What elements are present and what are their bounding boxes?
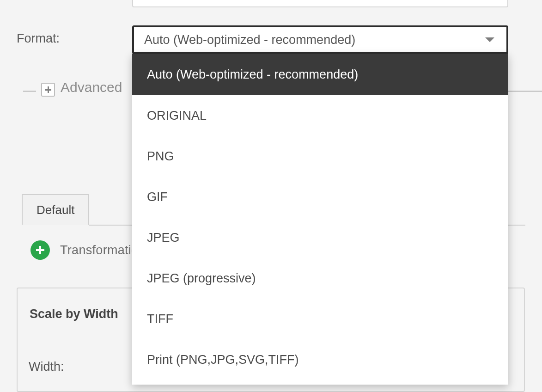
section-divider — [508, 91, 542, 92]
format-option-auto[interactable]: Auto (Web-optimized - recommended) — [132, 54, 508, 95]
format-select[interactable]: Auto (Web-optimized - recommended) — [132, 25, 508, 54]
add-transformation-button[interactable] — [30, 240, 50, 260]
format-option-tiff[interactable]: TIFF — [132, 299, 508, 339]
scale-title: Scale by Width — [30, 307, 118, 321]
format-label: Format: — [17, 31, 60, 46]
expand-advanced-button[interactable] — [41, 83, 55, 97]
format-option-jpeg[interactable]: JPEG — [132, 217, 508, 258]
plus-icon — [45, 86, 51, 93]
advanced-section-label: Advanced — [61, 80, 122, 95]
format-option-original[interactable]: ORIGINAL — [132, 95, 508, 136]
format-dropdown: Auto (Web-optimized - recommended) ORIGI… — [132, 54, 508, 385]
previous-field-input[interactable] — [132, 0, 508, 7]
add-transformation-row: Transformation — [30, 240, 146, 260]
tab-default[interactable]: Default — [22, 194, 89, 226]
format-select-value: Auto (Web-optimized - recommended) — [144, 33, 355, 47]
chevron-down-icon — [485, 37, 494, 42]
format-option-png[interactable]: PNG — [132, 136, 508, 177]
format-option-print[interactable]: Print (PNG,JPG,SVG,TIFF) — [132, 339, 508, 380]
format-option-gif[interactable]: GIF — [132, 177, 508, 217]
format-option-jpeg-progressive[interactable]: JPEG (progressive) — [132, 258, 508, 299]
width-label: Width: — [29, 360, 64, 374]
section-divider — [23, 91, 36, 92]
